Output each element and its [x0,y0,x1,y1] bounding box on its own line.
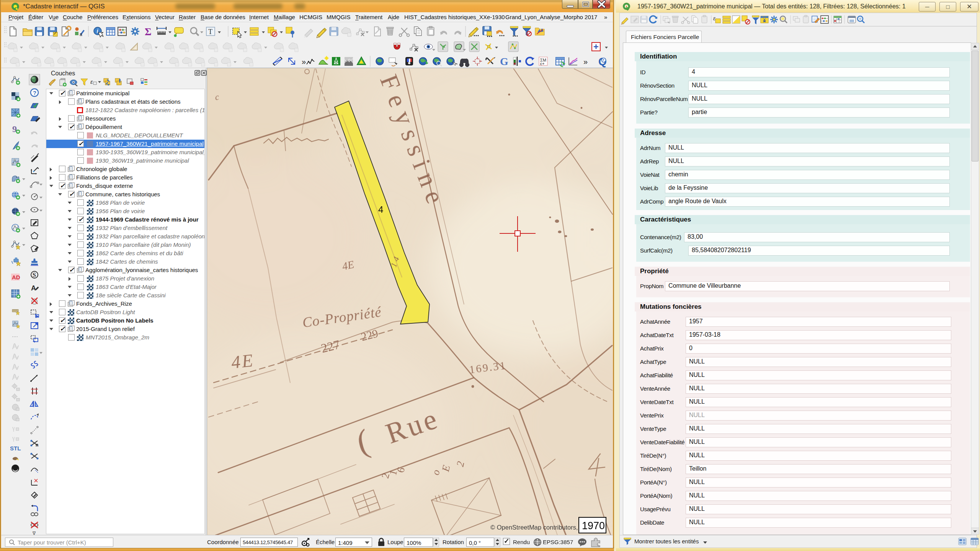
svg-text:1970: 1970 [582,520,605,531]
svg-text:»: » [302,57,306,66]
svg-text:© OpenStreetMap contributors,: © OpenStreetMap contributors, [490,524,578,531]
svg-text:STL: STL [10,445,21,452]
svg-text:ε: ε [90,78,93,85]
svg-text:4E: 4E [230,350,255,372]
svg-text:4E: 4E [341,258,355,272]
svg-text:4: 4 [378,204,383,215]
svg-text:»: » [583,57,588,66]
svg-text:∇: ∇ [32,531,36,535]
